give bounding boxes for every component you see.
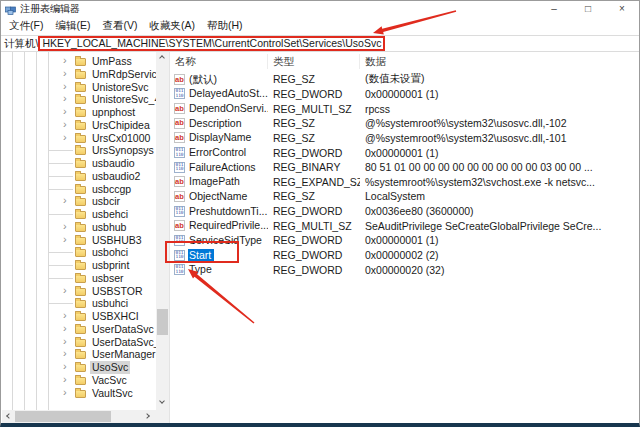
tree-item[interactable]: › usbcir (2, 195, 156, 208)
tree-item[interactable]: › upnphost (2, 106, 156, 119)
registry-value-row[interactable]: ab (默认) REG_SZ (数值未设置) (170, 72, 638, 87)
tree-item[interactable]: › USBXHCI (2, 310, 156, 323)
registry-value-row[interactable]: 011110 FailureActions REG_BINARY 80 51 0… (170, 160, 638, 175)
registry-value-row[interactable]: 011110 Start REG_DWORD 0x00000002 (2) (170, 248, 638, 263)
tree-item[interactable]: › USBSTOR (2, 285, 156, 298)
expand-chevron-icon[interactable]: › (63, 335, 67, 348)
tree-item-label: UserDataSvc (90, 323, 156, 336)
tree-item-label: usbehci (90, 208, 130, 221)
tree-item[interactable]: › UnistoreSvc (2, 81, 156, 94)
column-header-name[interactable]: 名称 (170, 54, 268, 69)
value-type: REG_SZ (268, 73, 360, 85)
registry-value-row[interactable]: ab Description REG_SZ @%systemroot%\syst… (170, 116, 638, 131)
expand-chevron-icon[interactable]: › (63, 105, 67, 118)
scroll-left-icon[interactable] (2, 410, 15, 423)
close-button[interactable]: × (605, 1, 639, 17)
tree-item[interactable]: usbccgp (2, 183, 156, 196)
tree-item[interactable]: › UserManager (2, 348, 156, 361)
value-type: REG_EXPAND_SZ (268, 176, 360, 188)
tree-item-label: UrsSynopsys (90, 144, 156, 157)
registry-value-row[interactable]: 011110 DelayedAutoSt... REG_DWORD 0x0000… (170, 87, 638, 102)
expand-chevron-icon[interactable]: › (63, 220, 67, 233)
registry-value-row[interactable]: ab ImagePath REG_EXPAND_SZ %systemroot%\… (170, 174, 638, 189)
tree-item[interactable]: usbaudio (2, 157, 156, 170)
tree-item-label: UsoSvc (90, 361, 130, 374)
registry-value-row[interactable]: 011110 PreshutdownTi... REG_DWORD 0x0036… (170, 204, 638, 219)
registry-value-row[interactable]: ab ObjectName REG_SZ LocalSystem (170, 189, 638, 204)
tree-item-label: USBXHCI (90, 310, 141, 323)
maximize-button[interactable]: □ (571, 1, 605, 17)
registry-tree-pane[interactable]: › UmPass › UmRdpServic › UnistoreSvc › U… (2, 52, 156, 410)
menu-help[interactable]: 帮助(H) (201, 19, 249, 33)
tree-vertical-scrollbar[interactable] (156, 52, 169, 410)
tree-horizontal-scrollbar[interactable] (2, 410, 156, 423)
tree-item[interactable]: › UmRdpServic (2, 68, 156, 81)
expand-chevron-icon[interactable]: › (63, 322, 67, 335)
tree-item[interactable]: usbehci (2, 208, 156, 221)
tree-item[interactable]: › usbhub (2, 221, 156, 234)
horizontal-scroll-thumb[interactable] (15, 411, 111, 422)
expand-chevron-icon[interactable]: › (63, 67, 67, 80)
tree-item[interactable]: › UrsChipidea (2, 119, 156, 132)
column-header-data[interactable]: 数据 (360, 54, 638, 69)
scroll-down-icon[interactable] (156, 397, 169, 410)
tree-item[interactable]: › UrsCx01000 (2, 132, 156, 145)
menu-edit[interactable]: 编辑(E) (49, 19, 96, 33)
tree-connector (49, 163, 73, 164)
expand-chevron-icon[interactable]: › (63, 373, 67, 386)
tree-item[interactable]: › VaultSvc (2, 387, 156, 400)
menu-view[interactable]: 查看(V) (96, 19, 143, 33)
registry-value-row[interactable]: ab DependOnServi... REG_MULTI_SZ rpcss (170, 101, 638, 116)
expand-chevron-icon[interactable]: › (63, 80, 67, 93)
tree-item[interactable]: › UserDataSvc_ (2, 336, 156, 349)
tree-item[interactable]: › USBHUB3 (2, 234, 156, 247)
expand-chevron-icon[interactable]: › (63, 54, 67, 67)
expand-chevron-icon[interactable]: › (63, 118, 67, 131)
menu-favorites[interactable]: 收藏夹(A) (143, 19, 201, 33)
folder-icon (75, 58, 86, 66)
expand-chevron-icon[interactable]: › (63, 386, 67, 399)
value-name: ImagePath (188, 175, 243, 188)
scroll-up-icon[interactable] (156, 52, 169, 65)
tree-item-label: usbser (90, 272, 126, 285)
vertical-scroll-thumb[interactable] (157, 309, 168, 335)
tree-item[interactable]: usbaudio2 (2, 170, 156, 183)
expand-chevron-icon[interactable]: › (63, 233, 67, 246)
expand-chevron-icon[interactable]: › (63, 309, 67, 322)
tree-item[interactable]: › UnistoreSvc_4 (2, 93, 156, 106)
tree-item[interactable]: › UmPass (2, 55, 156, 68)
tree-item[interactable]: › VacSvc (2, 374, 156, 387)
expand-chevron-icon[interactable]: › (63, 347, 67, 360)
tree-item[interactable]: › UserDataSvc (2, 323, 156, 336)
registry-value-row[interactable]: ab DisplayName REG_SZ @%systemroot%\syst… (170, 131, 638, 146)
folder-icon (75, 300, 86, 308)
tree-item-label: usbccgp (90, 183, 133, 196)
minimize-button[interactable]: – (537, 1, 571, 17)
address-bar[interactable]: 计算机\HKEY_LOCAL_MACHINE\SYSTEM\CurrentCon… (1, 36, 639, 52)
tree-item[interactable]: usbohci (2, 246, 156, 259)
menu-file[interactable]: 文件(F) (3, 19, 49, 33)
expand-chevron-icon[interactable]: › (63, 194, 67, 207)
expand-chevron-icon[interactable]: › (63, 360, 67, 373)
tree-item[interactable]: usbuhci (2, 297, 156, 310)
tree-item[interactable]: › UsoSvc (2, 361, 156, 374)
registry-value-row[interactable]: 011110 ErrorControl REG_DWORD 0x00000001… (170, 145, 638, 160)
tree-connector (49, 265, 73, 266)
expand-chevron-icon[interactable]: › (63, 92, 67, 105)
value-name: (默认) (188, 73, 220, 86)
value-data: rpcss (360, 103, 638, 115)
tree-item[interactable]: usbprint (2, 259, 156, 272)
registry-value-row[interactable]: 011110 Type REG_DWORD 0x00000020 (32) (170, 262, 638, 277)
tree-item[interactable]: usbser (2, 272, 156, 285)
value-name-cell: ab (默认) (170, 73, 268, 86)
tree-item[interactable]: UrsSynopsys (2, 144, 156, 157)
registry-value-row[interactable]: 011110 ServiceSidType REG_DWORD 0x000000… (170, 233, 638, 248)
registry-value-row[interactable]: ab RequiredPrivile... REG_MULTI_SZ SeAud… (170, 218, 638, 233)
expand-chevron-icon[interactable]: › (63, 131, 67, 144)
folder-icon (75, 288, 86, 296)
expand-chevron-icon[interactable]: › (63, 284, 67, 297)
folder-icon (75, 377, 86, 385)
column-header-type[interactable]: 类型 (268, 54, 360, 69)
scroll-right-icon[interactable] (143, 410, 156, 423)
folder-icon (75, 122, 86, 130)
